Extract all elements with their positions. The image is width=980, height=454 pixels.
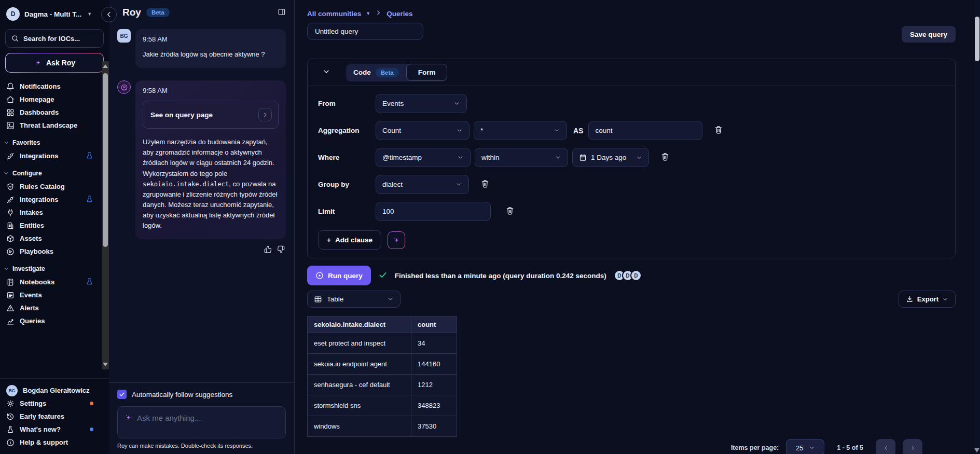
where-date-select[interactable]: 1 Days ago — [572, 148, 649, 167]
sidebar-item-assets[interactable]: Assets — [6, 232, 109, 245]
chevron-down-icon — [555, 154, 561, 161]
sidebar-item-whats-new[interactable]: What's new? — [6, 423, 109, 436]
collapse-chat-button[interactable] — [101, 7, 117, 22]
sidebar-item-threat-landscape[interactable]: Threat Landscape — [6, 119, 109, 132]
gear-icon — [6, 400, 15, 408]
see-on-query-page-card[interactable]: See on query page — [143, 101, 279, 129]
panel-toggle-button[interactable] — [278, 8, 286, 18]
page-scrollbar[interactable] — [974, 0, 980, 454]
follow-suggestions-checkbox[interactable]: Automatically follow suggestions — [117, 390, 286, 399]
query-name-input[interactable]: Untitled query — [307, 23, 423, 40]
breadcrumb-all-communities[interactable]: All communities — [307, 10, 361, 18]
previous-page-button[interactable] — [876, 439, 895, 454]
scrollbar-thumb[interactable] — [975, 17, 979, 61]
table-icon — [314, 295, 322, 304]
beta-flask-icon — [86, 278, 93, 287]
sidebar-item-events[interactable]: Events — [6, 288, 109, 301]
chat-input[interactable]: Ask me anything... — [117, 406, 286, 438]
add-clause-button[interactable]: + Add clause — [318, 230, 381, 250]
ai-assist-button[interactable] — [388, 231, 405, 249]
message-time: 9:58 AM — [143, 35, 279, 43]
sidebar-item-integrations-favorite[interactable]: Integrations — [6, 149, 109, 162]
tab-code[interactable]: Code Beta — [346, 64, 406, 81]
breadcrumb-queries[interactable]: Queries — [387, 10, 412, 18]
view-select[interactable]: Table — [307, 291, 401, 308]
sidebar-item-early-features[interactable]: Early features — [6, 410, 109, 423]
inline-code: sekoiaio.intake.dialect — [143, 181, 229, 188]
scroll-down-arrow[interactable] — [103, 363, 108, 366]
workspace-switcher[interactable]: D Dagma - Multi T... ▼ — [0, 0, 109, 26]
where-field-select[interactable]: @timestamp — [376, 148, 471, 167]
from-select[interactable]: Events — [376, 94, 467, 113]
per-page-select[interactable]: 25 — [786, 439, 824, 454]
cube-icon — [6, 235, 15, 243]
open-query-page-button[interactable] — [258, 108, 272, 121]
trash-icon[interactable] — [480, 179, 490, 190]
shield-check-icon — [6, 183, 15, 191]
search-input[interactable]: Search for IOCs... — [5, 29, 104, 48]
sidebar-item-intakes[interactable]: Intakes — [6, 206, 109, 219]
sidebar-item-notifications[interactable]: Notifications — [6, 80, 109, 93]
beta-badge: Beta — [146, 8, 170, 17]
aggregation-fn-select[interactable]: Count — [376, 121, 470, 140]
feedback-row — [117, 244, 286, 253]
next-page-button[interactable] — [903, 439, 922, 454]
tab-form[interactable]: Form — [406, 64, 448, 81]
limit-input[interactable]: 100 — [376, 202, 491, 221]
thumbs-up-icon[interactable] — [264, 245, 272, 253]
thumbs-down-icon[interactable] — [277, 245, 285, 253]
sidebar-item-rules-catalog[interactable]: Rules Catalog — [6, 180, 109, 193]
chevron-down-icon — [456, 181, 462, 188]
sidebar-item-help-support[interactable]: Help & support — [6, 436, 109, 449]
section-configure[interactable]: Configure — [3, 170, 109, 177]
query-status-text: Finished less than a minute ago (query d… — [395, 272, 606, 280]
user-avatar: BG — [6, 385, 18, 396]
ask-roy-button[interactable]: Ask Roy — [5, 53, 104, 73]
table-row[interactable]: windows37530 — [308, 416, 457, 437]
pagination: Items per page: 25 1 - 5 of 5 — [731, 439, 922, 454]
trash-icon[interactable] — [660, 152, 670, 163]
group-by-select[interactable]: dialect — [376, 175, 469, 194]
sidebar-item-entities[interactable]: Entities — [6, 219, 109, 232]
aggregation-field-select[interactable]: * — [474, 121, 567, 140]
chevron-down-icon — [942, 296, 948, 302]
plug-icon — [6, 209, 15, 217]
chevron-down-icon — [457, 154, 464, 161]
table-row[interactable]: senhasegura - cef default1212 — [308, 375, 457, 395]
trash-icon[interactable] — [505, 206, 515, 217]
sidebar-item-notebooks[interactable]: Notebooks — [6, 276, 109, 288]
builder-header: Code Beta Form — [308, 59, 955, 86]
column-header-dialect[interactable]: sekoiaio.intake.dialect — [308, 317, 411, 333]
avatar[interactable]: D — [630, 270, 642, 281]
sidebar-item-settings[interactable]: Settings — [6, 397, 109, 410]
section-investigate[interactable]: Investigate — [3, 265, 109, 272]
scrollbar-thumb[interactable] — [103, 73, 108, 247]
panel-icon — [278, 8, 286, 16]
where-operator-select[interactable]: within — [475, 148, 568, 167]
column-header-count[interactable]: count — [411, 317, 457, 333]
section-favorites[interactable]: Favorites — [3, 139, 109, 146]
save-query-button[interactable]: Save query — [902, 26, 956, 43]
scroll-up-arrow[interactable] — [103, 64, 108, 68]
table-row[interactable]: sekoia.io endpoint agent144160 — [308, 354, 457, 375]
export-button[interactable]: Export — [899, 291, 956, 308]
run-query-button[interactable]: Run query — [307, 266, 371, 285]
scroll-down-arrow[interactable] — [974, 448, 979, 452]
checkbox-checked[interactable] — [117, 390, 127, 399]
sidebar-item-integrations[interactable]: Integrations — [6, 193, 109, 206]
user-menu[interactable]: BG Bogdan Gierałtowicz — [6, 384, 109, 397]
sidebar-item-queries[interactable]: Queries — [6, 314, 109, 327]
sidebar-item-homepage[interactable]: Homepage — [6, 93, 109, 106]
caret-down-icon[interactable]: ▼ — [366, 11, 370, 16]
aggregation-alias-input[interactable]: count — [588, 121, 702, 140]
chat-input-placeholder: Ask me anything... — [137, 414, 201, 422]
notification-dot — [90, 402, 93, 405]
table-row[interactable]: stormshield sns348823 — [308, 395, 457, 416]
sidebar-scrollbar[interactable] — [102, 61, 109, 369]
table-row[interactable]: eset protect and inspect34 — [308, 333, 457, 354]
collapse-builder-button[interactable] — [322, 67, 330, 77]
trash-icon[interactable] — [714, 125, 723, 136]
sidebar-item-alerts[interactable]: Alerts — [6, 301, 109, 314]
sidebar-item-dashboards[interactable]: Dashboards — [6, 106, 109, 119]
sidebar-item-playbooks[interactable]: Playbooks — [6, 245, 109, 258]
